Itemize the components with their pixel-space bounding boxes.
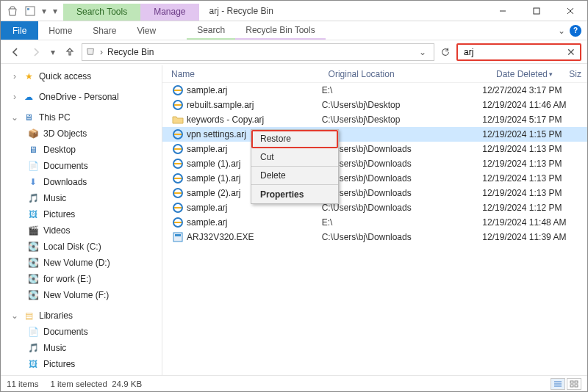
file-row[interactable]: ARJ32V320.EXEC:\Users\bj\Downloads12/19/… xyxy=(162,230,587,244)
sidebar-item[interactable]: 💽Local Disk (C:) xyxy=(1,239,162,255)
svg-rect-3 xyxy=(534,8,539,14)
refresh-button[interactable] xyxy=(437,44,453,60)
file-row[interactable]: keywords - Copy.arjC:\Users\bj\Desktop12… xyxy=(162,112,587,127)
navigation-pane[interactable]: ›★ Quick access ›☁ OneDrive - Personal ⌄… xyxy=(1,65,162,375)
file-icon xyxy=(171,143,184,155)
file-date-deleted: 12/19/2024 11:48 AM xyxy=(482,217,587,228)
search-tools-context-tab[interactable]: Search Tools xyxy=(63,4,140,21)
navigation-bar: ▾ › Recycle Bin ⌄ ✕ xyxy=(1,40,587,64)
sidebar-item-label: Desktop xyxy=(43,145,76,155)
recent-locations-dropdown[interactable]: ▾ xyxy=(48,43,58,61)
column-name[interactable]: Name xyxy=(171,69,329,79)
context-menu-delete[interactable]: Delete xyxy=(251,167,338,185)
address-bar[interactable]: › Recycle Bin ⌄ xyxy=(82,43,434,61)
maximize-button[interactable] xyxy=(520,1,553,21)
column-headers[interactable]: Name Original Location Date Deleted▾ Siz xyxy=(162,65,587,83)
details-view-button[interactable] xyxy=(551,378,565,390)
qat-more-dropdown[interactable]: ▾ xyxy=(39,2,49,20)
sidebar-item[interactable]: 📄Documents xyxy=(1,324,162,340)
status-bar: 11 items 1 item selected 24.9 KB xyxy=(1,375,587,391)
view-tab[interactable]: View xyxy=(126,21,166,40)
file-icon xyxy=(171,217,184,228)
breadcrumb-segment[interactable]: Recycle Bin xyxy=(104,47,157,57)
share-tab[interactable]: Share xyxy=(82,21,126,40)
libraries-node[interactable]: ⌄▤ Libraries xyxy=(1,308,162,324)
file-row[interactable]: rebuilt.sample.arjC:\Users\bj\Desktop12/… xyxy=(162,98,587,112)
file-row[interactable]: sample (1).arjC:\Users\bj\Downloads12/19… xyxy=(162,171,587,186)
sidebar-item[interactable]: 📄Documents xyxy=(1,158,162,174)
file-row[interactable]: sample (2).arjC:\Users\bj\Downloads12/19… xyxy=(162,186,587,200)
search-tab[interactable]: Search xyxy=(187,21,235,40)
sidebar-item-icon: 📦 xyxy=(27,128,39,139)
sidebar-item-icon: 💽 xyxy=(27,273,39,285)
sidebar-item-icon: 💽 xyxy=(27,241,39,253)
sidebar-item-label: Documents xyxy=(43,161,88,171)
sidebar-item[interactable]: 🎵Music xyxy=(1,340,162,356)
column-size[interactable]: Siz xyxy=(569,69,587,79)
sidebar-item[interactable]: 🖼Pictures xyxy=(1,206,162,222)
sidebar-item-icon: ⬇ xyxy=(27,176,39,188)
sidebar-item[interactable]: 🎵Music xyxy=(1,190,162,206)
svg-rect-15 xyxy=(173,233,182,242)
file-row[interactable]: sample.arjE:\12/27/2024 3:17 PM xyxy=(162,83,587,98)
svg-rect-22 xyxy=(570,385,573,387)
file-row[interactable]: sample (1).arjC:\Users\bj\Downloads12/19… xyxy=(162,156,587,171)
home-tab[interactable]: Home xyxy=(38,21,82,40)
file-row[interactable]: sample.arjC:\Users\bj\Downloads12/19/202… xyxy=(162,142,587,156)
properties-icon[interactable] xyxy=(21,2,39,20)
sidebar-item-icon: 🖥 xyxy=(27,144,39,156)
sidebar-item-label: for work (E:) xyxy=(43,274,91,284)
context-menu-restore[interactable]: Restore xyxy=(251,130,338,148)
onedrive-node[interactable]: ›☁ OneDrive - Personal xyxy=(1,89,162,105)
manage-context-tab[interactable]: Manage xyxy=(140,4,198,21)
this-pc-node[interactable]: ⌄🖥 This PC xyxy=(1,109,162,126)
sidebar-item[interactable]: 🎬Videos xyxy=(1,222,162,239)
sidebar-item[interactable]: 💽for work (E:) xyxy=(1,271,162,287)
file-original-location: E:\ xyxy=(322,129,483,139)
file-row[interactable]: sample.arjC:\Users\bj\Downloads12/19/202… xyxy=(162,200,587,215)
file-tab[interactable]: File xyxy=(1,21,38,40)
expand-ribbon-icon[interactable]: ⌄ xyxy=(558,26,565,36)
help-icon[interactable]: ? xyxy=(570,25,581,37)
recycle-bin-icon[interactable] xyxy=(4,2,21,20)
file-row[interactable]: sample.arjE:\12/19/2024 11:48 AM xyxy=(162,215,587,230)
sidebar-item[interactable]: 🖥Desktop xyxy=(1,142,162,158)
search-input[interactable] xyxy=(462,46,551,58)
quick-access-node[interactable]: ›★ Quick access xyxy=(1,68,162,84)
sidebar-item-label: New Volume (F:) xyxy=(43,290,109,300)
context-menu-properties[interactable]: Properties xyxy=(251,185,338,203)
file-rows[interactable]: sample.arjE:\12/27/2024 3:17 PMrebuilt.s… xyxy=(162,83,587,244)
minimize-button[interactable] xyxy=(486,1,520,21)
large-icons-view-button[interactable] xyxy=(567,378,581,390)
sidebar-item[interactable]: 🖼Pictures xyxy=(1,356,162,372)
sort-descending-icon: ▾ xyxy=(549,70,553,78)
sidebar-item[interactable]: ⬇Downloads xyxy=(1,174,162,190)
sidebar-item[interactable]: 💽New Volume (D:) xyxy=(1,255,162,271)
back-button[interactable] xyxy=(7,43,24,61)
file-icon xyxy=(171,173,184,184)
svg-rect-23 xyxy=(575,385,578,387)
up-button[interactable] xyxy=(61,43,79,61)
qat-overflow[interactable]: ▾ xyxy=(50,2,60,20)
file-date-deleted: 12/19/2024 1:13 PM xyxy=(482,144,587,154)
svg-rect-0 xyxy=(26,7,35,15)
ribbon-tabs: File Home Share View Search Recycle Bin … xyxy=(1,21,587,40)
column-original-location[interactable]: Original Location xyxy=(329,69,496,79)
recycle-bin-icon xyxy=(85,46,96,58)
sidebar-item[interactable]: 💽New Volume (F:) xyxy=(1,287,162,303)
file-icon xyxy=(171,114,184,126)
recycle-bin-tools-tab[interactable]: Recycle Bin Tools xyxy=(235,21,326,40)
clear-search-icon[interactable]: ✕ xyxy=(567,46,576,58)
context-menu-cut[interactable]: Cut xyxy=(251,148,338,167)
title-bar: ▾ ▾ Search Tools Manage arj - Recycle Bi… xyxy=(1,1,587,21)
file-row[interactable]: vpn settings.arjE:\12/19/2024 1:15 PM xyxy=(162,127,587,142)
sidebar-item[interactable]: 📦3D Objects xyxy=(1,126,162,142)
search-box[interactable]: ✕ xyxy=(456,43,581,61)
sidebar-item-icon: 🎬 xyxy=(27,225,39,236)
chevron-right-icon[interactable]: › xyxy=(98,47,104,57)
close-button[interactable] xyxy=(553,1,587,21)
column-date-deleted[interactable]: Date Deleted▾ xyxy=(496,69,569,79)
forward-button[interactable] xyxy=(27,43,45,61)
file-name: sample.arj xyxy=(187,203,322,213)
address-dropdown-icon[interactable]: ⌄ xyxy=(415,47,431,57)
